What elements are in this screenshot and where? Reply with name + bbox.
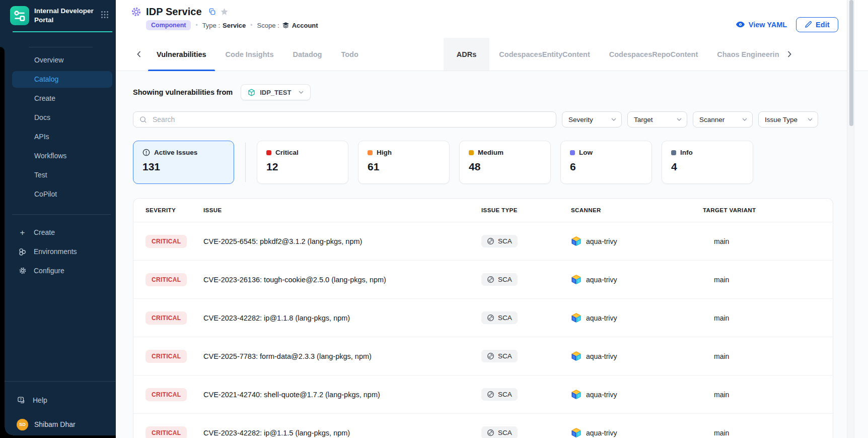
source-label: IDP_TEST bbox=[260, 89, 291, 96]
copy-icon[interactable] bbox=[208, 8, 216, 16]
medium-dot bbox=[469, 150, 474, 155]
scope-value: Account bbox=[292, 22, 318, 29]
issue-type-filter[interactable]: Issue Type bbox=[758, 111, 818, 128]
edit-button[interactable]: Edit bbox=[796, 17, 838, 32]
column-header-issue: ISSUE bbox=[203, 207, 481, 213]
tab-codespaces-repo-content[interactable]: CodespacesRepoContent bbox=[600, 38, 707, 71]
user-menu[interactable]: SD Shibam Dhar bbox=[0, 417, 116, 432]
issue-cell: CVE-2025-7783: form-data@2.3.3 (lang-pkg… bbox=[203, 352, 481, 360]
stat-value: 4 bbox=[671, 161, 744, 173]
sidebar-action-configure[interactable]: Configure bbox=[0, 261, 116, 280]
sidebar-item-copilot[interactable]: CoPilot bbox=[0, 184, 116, 204]
chevron-down-icon bbox=[742, 118, 747, 121]
chevron-down-icon bbox=[677, 118, 682, 121]
type-value: Service bbox=[223, 22, 246, 29]
help-label: Help bbox=[33, 396, 47, 404]
header-actions: View YAML Edit bbox=[736, 11, 855, 38]
search-input[interactable] bbox=[152, 115, 550, 124]
tabs-scroll-left-chevron-icon[interactable] bbox=[131, 38, 147, 71]
stat-value: 48 bbox=[469, 161, 541, 173]
scanner-label: aqua-trivy bbox=[586, 276, 617, 284]
low-dot bbox=[570, 150, 575, 155]
sidebar-item-create[interactable]: Create bbox=[0, 89, 116, 108]
sidebar-item-apis[interactable]: APIs bbox=[0, 127, 116, 146]
table-row[interactable]: CRITICAL CVE-2023-42282: ip@1.1.5 (lang-… bbox=[133, 413, 833, 438]
chevron-down-icon bbox=[808, 118, 813, 121]
portal-logo-icon[interactable] bbox=[10, 6, 29, 25]
trivy-icon bbox=[571, 427, 582, 438]
pencil-icon bbox=[805, 21, 812, 28]
table-row[interactable]: CRITICAL CVE-2025-6545: pbkdf2@3.1.2 (la… bbox=[133, 222, 833, 260]
table-row[interactable]: CRITICAL CVE-2025-7783: form-data@2.3.3 … bbox=[133, 337, 833, 375]
sidebar-action-label: Create bbox=[34, 228, 55, 236]
target-filter[interactable]: Target bbox=[627, 111, 687, 128]
sidebar-item-docs[interactable]: Docs bbox=[0, 108, 116, 127]
divider bbox=[5, 381, 116, 382]
severity-badge: CRITICAL bbox=[146, 388, 187, 401]
sca-icon bbox=[487, 237, 494, 245]
sidebar-item-overview[interactable]: Overview bbox=[0, 50, 116, 70]
medium-card[interactable]: Medium 48 bbox=[459, 141, 551, 184]
tab-datadog[interactable]: Datadog bbox=[283, 38, 331, 71]
stat-value: 6 bbox=[570, 161, 642, 173]
chevron-down-icon bbox=[611, 118, 616, 121]
tab-vulnerabilities[interactable]: Vulnerabilities bbox=[147, 38, 216, 71]
tab-codespaces-entity-content[interactable]: CodespacesEntityContent bbox=[489, 38, 599, 71]
sidebar-item-catalog[interactable]: Catalog bbox=[12, 71, 112, 88]
issue-type-label: SCA bbox=[498, 352, 512, 360]
severity-cards: Critical 12 High 61 Medium 48 Low 6 bbox=[257, 141, 753, 184]
table-header-row: SEVERITY ISSUE ISSUE TYPE SCANNER TARGET… bbox=[133, 199, 833, 222]
trivy-icon bbox=[571, 351, 582, 361]
low-card[interactable]: Low 6 bbox=[560, 141, 652, 184]
entity-meta-row: Component • Type : Service • Scope : bbox=[146, 20, 318, 30]
eye-icon bbox=[736, 21, 745, 28]
critical-card[interactable]: Critical 12 bbox=[257, 141, 348, 184]
help-button[interactable]: ? Help bbox=[0, 391, 116, 410]
table-row[interactable]: CRITICAL CVE-2023-26136: tough-cookie@2.… bbox=[133, 260, 833, 298]
info-card[interactable]: Info 4 bbox=[662, 141, 753, 184]
trivy-icon bbox=[571, 274, 582, 285]
entity-title-block: IDP Service bbox=[131, 6, 318, 38]
view-yaml-button[interactable]: View YAML bbox=[736, 21, 787, 29]
source-dropdown[interactable]: IDP_TEST bbox=[241, 84, 311, 100]
stat-label: Critical bbox=[275, 149, 299, 156]
stat-label: Info bbox=[680, 149, 693, 156]
sidebar-action-create[interactable]: + Create bbox=[0, 223, 116, 242]
window-rounded-corner bbox=[5, 427, 13, 435]
target-variant-cell: main bbox=[703, 314, 833, 322]
severity-filter[interactable]: Severity bbox=[562, 111, 622, 128]
table-row[interactable]: CRITICAL CVE-2021-42740: shell-quote@1.7… bbox=[133, 375, 833, 413]
sidebar-action-label: Configure bbox=[34, 267, 64, 275]
tab-adrs[interactable]: ADRs bbox=[444, 38, 489, 71]
tab-code-insights[interactable]: Code Insights bbox=[216, 38, 283, 71]
tab-todo[interactable]: Todo bbox=[331, 38, 368, 71]
trivy-icon bbox=[571, 236, 582, 246]
high-card[interactable]: High 61 bbox=[358, 141, 450, 184]
dot-separator: • bbox=[195, 22, 197, 29]
sidebar-item-workflows[interactable]: Workflows bbox=[0, 146, 116, 165]
dot-separator: • bbox=[250, 22, 252, 29]
critical-dot bbox=[266, 150, 271, 155]
active-issues-card[interactable]: Active Issues 131 bbox=[133, 141, 234, 184]
tab-chaos-engineering[interactable]: Chaos Engineerin bbox=[707, 38, 781, 71]
severity-badge: CRITICAL bbox=[146, 235, 187, 248]
target-variant-cell: main bbox=[703, 237, 833, 245]
sidebar-accent-rule bbox=[13, 31, 112, 32]
view-yaml-label: View YAML bbox=[749, 21, 787, 29]
scrollbar-thumb[interactable] bbox=[849, 0, 853, 126]
sidebar-action-environments[interactable]: Environments bbox=[0, 242, 116, 261]
scanner-filter[interactable]: Scanner bbox=[693, 111, 753, 128]
sca-icon bbox=[487, 314, 494, 322]
issue-type-label: SCA bbox=[498, 429, 512, 436]
tabs-scroll-right-chevron-icon[interactable] bbox=[781, 38, 798, 71]
severity-badge: CRITICAL bbox=[146, 311, 187, 325]
sidebar-item-test[interactable]: Test bbox=[0, 165, 116, 184]
star-icon[interactable] bbox=[220, 8, 229, 16]
table-row[interactable]: CRITICAL CVE-2023-42282: ip@1.1.8 (lang-… bbox=[133, 298, 833, 337]
severity-badge: CRITICAL bbox=[146, 350, 187, 363]
issue-cell: CVE-2023-42282: ip@1.1.5 (lang-pkgs, npm… bbox=[203, 429, 481, 437]
apps-grid-icon[interactable] bbox=[101, 11, 109, 21]
issue-type-chip: SCA bbox=[481, 273, 518, 286]
divider bbox=[245, 143, 246, 182]
filter-label: Issue Type bbox=[765, 116, 798, 123]
